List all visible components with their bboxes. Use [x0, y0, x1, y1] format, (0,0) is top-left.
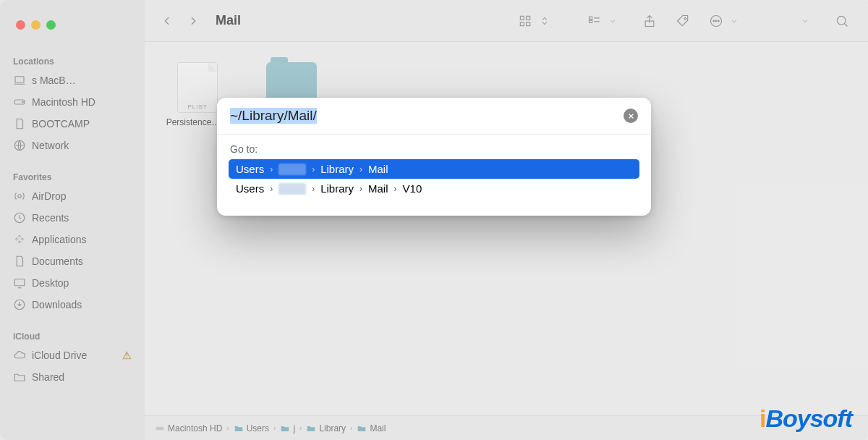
svg-rect-11 — [527, 22, 530, 25]
sidebar-item-macintosh-hd[interactable]: Macintosh HD — [0, 91, 145, 113]
minimize-window-button[interactable] — [31, 20, 41, 30]
close-window-button[interactable] — [16, 20, 25, 30]
chevron-right-icon: › — [273, 424, 276, 432]
folder-icon — [357, 423, 367, 433]
svg-point-20 — [837, 16, 846, 25]
sidebar-section-label: Locations — [0, 51, 145, 69]
chevron-right-icon: › — [393, 184, 399, 194]
file-item-folder[interactable] — [259, 62, 324, 103]
sidebar-item-label: Shared — [32, 371, 64, 383]
desktop-icon — [13, 276, 26, 289]
forward-button[interactable] — [185, 13, 201, 29]
svg-point-19 — [718, 20, 720, 22]
redacted-username — [278, 164, 306, 175]
svg-rect-10 — [520, 22, 524, 25]
svg-rect-8 — [520, 16, 524, 20]
path-seg-library[interactable]: Library — [306, 423, 346, 433]
disk-icon — [13, 96, 26, 109]
laptop-icon — [13, 74, 26, 87]
main-area: Mail PLIST Persistence…ist Macin — [145, 0, 868, 440]
sidebar-item-desktop[interactable]: Desktop — [0, 272, 145, 294]
plist-file-icon: PLIST — [177, 62, 218, 113]
svg-rect-21 — [156, 426, 164, 430]
goto-path-input[interactable] — [230, 108, 624, 124]
sidebar-item-label: Macintosh HD — [32, 96, 95, 108]
search-button[interactable] — [830, 11, 854, 31]
svg-rect-12 — [590, 17, 592, 19]
goto-label: Go to: — [229, 142, 639, 159]
warning-icon: ⚠︎ — [122, 350, 132, 361]
clock-icon — [13, 211, 26, 224]
sidebar-item-label: iCloud Drive — [32, 350, 87, 361]
svg-rect-0 — [15, 77, 24, 82]
chevron-right-icon: › — [310, 164, 316, 174]
sidebar-item-recents[interactable]: Recents — [0, 207, 145, 229]
svg-rect-9 — [527, 16, 530, 20]
group-button[interactable] — [583, 11, 606, 31]
folder-icon — [266, 62, 317, 103]
sidebar-item-label: Network — [32, 140, 69, 151]
clear-input-button[interactable] — [624, 109, 638, 123]
svg-point-4 — [18, 195, 22, 198]
svg-point-17 — [713, 20, 715, 22]
sidebar-item-network[interactable]: Network — [0, 135, 145, 156]
share-button[interactable] — [638, 11, 661, 31]
sidebar-item-device[interactable]: s MacB… — [0, 69, 145, 91]
folder-icon — [234, 423, 244, 433]
chevron-down-icon[interactable] — [729, 11, 739, 31]
chevron-right-icon: › — [350, 424, 352, 432]
tag-button[interactable] — [671, 11, 694, 31]
folder-icon — [280, 423, 290, 433]
cloud-icon — [13, 349, 26, 362]
sidebar-item-applications[interactable]: Applications — [0, 229, 145, 250]
doc-icon — [13, 255, 26, 268]
path-seg-mail[interactable]: Mail — [357, 423, 386, 433]
back-button[interactable] — [159, 13, 175, 29]
watermark: iiBoysoftBoysoft — [760, 405, 852, 433]
sidebar-item-bootcamp[interactable]: BOOTCAMP — [0, 113, 145, 135]
airdrop-icon — [13, 190, 26, 203]
sidebar-item-label: BOOTCAMP — [32, 118, 90, 130]
window-title: Mail — [216, 13, 241, 28]
sidebar-section-label: iCloud — [0, 326, 145, 344]
chevron-right-icon: › — [226, 424, 229, 432]
chevron-right-icon: › — [268, 184, 274, 194]
view-icons-button[interactable] — [514, 11, 537, 31]
view-toggle-icon[interactable] — [538, 11, 551, 31]
svg-point-2 — [22, 101, 24, 103]
sidebar-item-label: Recents — [32, 212, 69, 224]
disk-icon — [155, 423, 165, 433]
sidebar-item-label: AirDrop — [32, 190, 66, 202]
chevron-down-icon[interactable] — [608, 11, 618, 31]
sidebar-item-documents[interactable]: Documents — [0, 250, 145, 272]
sidebar-item-label: Documents — [32, 255, 83, 267]
sidebar-item-downloads[interactable]: Downloads — [0, 294, 145, 316]
apps-icon — [13, 233, 26, 246]
window-controls — [16, 20, 56, 30]
chevron-right-icon: › — [358, 164, 364, 174]
chevron-right-icon: › — [358, 184, 364, 194]
chevron-right-icon: › — [268, 164, 274, 174]
go-to-folder-dialog: Go to: Users › › Library › Mail Users › … — [217, 98, 651, 216]
chevron-right-icon: › — [299, 424, 302, 432]
action-menu-button[interactable] — [705, 11, 728, 31]
sidebar-section-label: Favorites — [0, 166, 145, 185]
download-icon — [13, 298, 26, 311]
path-seg-user[interactable]: j — [280, 423, 295, 433]
globe-icon — [13, 139, 26, 152]
sidebar-item-label: Downloads — [32, 299, 82, 310]
goto-result-row[interactable]: Users › › Library › Mail › V10 — [229, 179, 639, 198]
sidebar-item-shared[interactable]: Shared — [0, 366, 145, 388]
sidebar-item-label: Desktop — [32, 277, 69, 289]
doc-icon — [13, 117, 26, 130]
maximize-window-button[interactable] — [46, 20, 56, 30]
chevron-down-icon[interactable] — [800, 11, 810, 31]
path-seg-disk[interactable]: Macintosh HD — [155, 423, 222, 433]
path-seg-users[interactable]: Users — [234, 423, 269, 433]
svg-rect-13 — [590, 20, 592, 22]
svg-point-18 — [715, 20, 717, 22]
sidebar-item-icloud-drive[interactable]: iCloud Drive ⚠︎ — [0, 344, 145, 366]
goto-result-row[interactable]: Users › › Library › Mail — [229, 159, 639, 179]
shared-folder-icon — [13, 371, 26, 384]
sidebar-item-airdrop[interactable]: AirDrop — [0, 185, 145, 207]
